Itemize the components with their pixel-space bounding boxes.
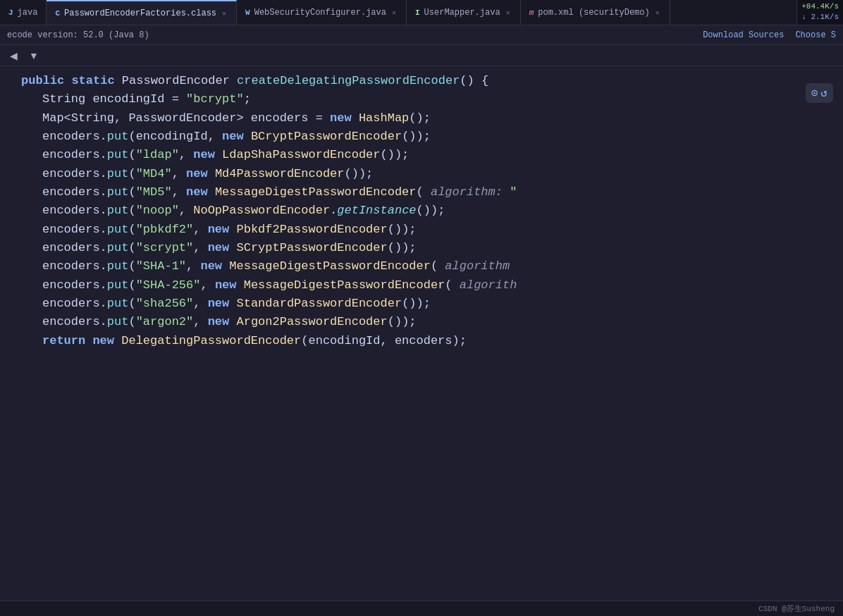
info-bar: ecode version: 52.0 (Java 8) Download So… bbox=[0, 25, 843, 45]
code-line-15: return new DelegatingPasswordEncoder(enc… bbox=[0, 332, 843, 350]
tab-java1-label: java bbox=[18, 8, 38, 18]
bookmark-icon: ⊙ bbox=[811, 86, 818, 100]
code-area: public static PasswordEncoder createDele… bbox=[0, 66, 843, 600]
tab-pom-icon: m bbox=[529, 8, 534, 17]
status-bar: CSDN @苏生Susheng bbox=[0, 600, 843, 616]
watermark: CSDN @苏生Susheng bbox=[758, 603, 835, 614]
code-line-7: encoders.put("MD5", new MessageDigestPas… bbox=[0, 183, 843, 202]
tab-usermapper-close[interactable]: ✕ bbox=[505, 7, 512, 18]
code-line-9: encoders.put("pbkdf2", new Pbkdf2Passwor… bbox=[0, 221, 843, 239]
choose-s-link[interactable]: Choose S bbox=[795, 30, 836, 40]
tab-websecurity[interactable]: W WebSecurityConfigurer.java ✕ bbox=[237, 0, 407, 25]
toolbar: ◀ ▼ bbox=[0, 45, 843, 66]
tab-java1-icon: J bbox=[8, 8, 13, 17]
tab-java1[interactable]: J java bbox=[0, 0, 47, 25]
download-sources-link[interactable]: Download Sources bbox=[703, 30, 784, 40]
network-stats: +84.4K/s ↓ 2.1K/s bbox=[796, 0, 843, 25]
info-bar-right: Download Sources Choose S bbox=[703, 30, 836, 40]
tab-pom-label: pom.xml (securityDemo) bbox=[538, 8, 649, 18]
tab-bar: J java C PasswordEncoderFactories.class … bbox=[0, 0, 843, 25]
tab-pom[interactable]: m pom.xml (securityDemo) ✕ bbox=[521, 0, 670, 25]
code-line-4: encoders.put(encodingId, new BCryptPassw… bbox=[0, 128, 843, 146]
floating-toolbar[interactable]: ⊙ ↺ bbox=[806, 83, 833, 103]
tab-websecurity-icon: W bbox=[245, 8, 250, 17]
tab-pom-close[interactable]: ✕ bbox=[654, 7, 661, 18]
download-stat: ↓ 2.1K/s bbox=[801, 12, 839, 23]
code-line-12: encoders.put("SHA-256", new MessageDiges… bbox=[0, 276, 843, 295]
tab-class-icon: C bbox=[55, 9, 60, 18]
code-line-6: encoders.put("MD4", new Md4PasswordEncod… bbox=[0, 165, 843, 183]
upload-stat: +84.4K/s bbox=[801, 1, 839, 12]
tab-websecurity-label: WebSecurityConfigurer.java bbox=[254, 8, 386, 18]
tab-class[interactable]: C PasswordEncoderFactories.class ✕ bbox=[47, 0, 237, 25]
tab-usermapper-icon: I bbox=[415, 8, 420, 17]
code-line-3: Map<String, PasswordEncoder> encoders = … bbox=[0, 109, 843, 128]
code-line-2: String encodingId = "bcrypt"; bbox=[0, 90, 843, 109]
code-line-5: encoders.put("ldap", new LdapShaPassword… bbox=[0, 146, 843, 164]
version-text: ecode version: 52.0 (Java 8) bbox=[7, 30, 149, 40]
info-bar-left: ecode version: 52.0 (Java 8) bbox=[7, 30, 149, 40]
tab-class-label: PasswordEncoderFactories.class bbox=[64, 8, 216, 18]
code-line-1: public static PasswordEncoder createDele… bbox=[0, 72, 843, 90]
code-line-8: encoders.put("noop", NoOpPasswordEncoder… bbox=[0, 202, 843, 220]
tab-websecurity-close[interactable]: ✕ bbox=[390, 7, 398, 18]
code-line-13: encoders.put("sha256", new StandardPassw… bbox=[0, 295, 843, 313]
run-icon: ↺ bbox=[820, 86, 827, 100]
tab-class-close[interactable]: ✕ bbox=[221, 8, 228, 19]
dropdown-button[interactable]: ▼ bbox=[25, 49, 43, 63]
code-line-14: encoders.put("argon2", new Argon2Passwor… bbox=[0, 313, 843, 331]
code-line-11: encoders.put("SHA-1", new MessageDigestP… bbox=[0, 257, 843, 276]
back-button[interactable]: ◀ bbox=[6, 49, 22, 63]
tab-usermapper[interactable]: I UserMapper.java ✕ bbox=[407, 0, 521, 25]
code-line-10: encoders.put("scrypt", new SCryptPasswor… bbox=[0, 239, 843, 257]
tab-usermapper-label: UserMapper.java bbox=[424, 8, 500, 18]
